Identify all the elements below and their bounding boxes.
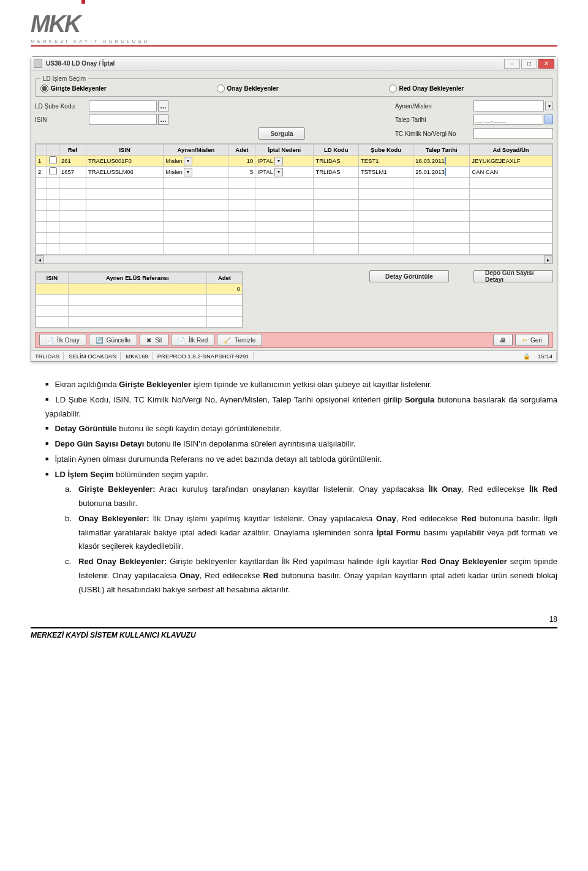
refresh-icon: 🔄: [96, 337, 103, 344]
table-row[interactable]: 2 1657 TRAELUSSLM06 Mislen ▾ 5 IPTAL ▾ T…: [36, 167, 552, 178]
status-cell: MKK169: [122, 352, 152, 360]
row-checkbox[interactable]: [49, 167, 57, 175]
letter-item: b.Onay Bekleyenler: İlk Onay işlemi yapı…: [65, 512, 557, 554]
detail-table: ISINAynen ELÜS ReferansıAdet 0: [36, 272, 243, 328]
dropdown-aynen-icon[interactable]: ▾: [545, 102, 553, 110]
lookup-ld-sube-button[interactable]: …: [158, 100, 168, 111]
table-header-row: Ref ISIN Aynen/Mislen Adet İptal Nedeni …: [36, 145, 552, 156]
back-arrow-icon: ⇦: [522, 337, 527, 344]
guncelle-button[interactable]: 🔄Güncelle: [89, 334, 137, 346]
label-tc: TC Kimlik No/Vergi No: [395, 130, 469, 137]
logo-tagline: MERKEZİ KAYIT KURULUŞU: [31, 39, 557, 44]
group-legend: LD İşlem Seçim: [40, 75, 88, 82]
temizle-button[interactable]: 🧹Temizle: [217, 334, 262, 346]
radio-onay[interactable]: Onay Bekleyenler: [217, 85, 279, 92]
bullet-item: LD İşlem Seçim bölümünden seçim yapılır.: [45, 468, 557, 482]
status-cell: PREPROD 1.8.2-SNAPSHOT-9291: [154, 352, 254, 360]
letter-item: a.Girişte Bekleyenler: Aracı kuruluş tar…: [65, 483, 557, 511]
calendar-icon[interactable]: [445, 157, 446, 165]
header-divider: [31, 45, 557, 47]
bullet-item: LD Şube Kodu, ISIN, TC Kimilk No/Vergi N…: [45, 393, 557, 421]
broom-icon: 🧹: [224, 337, 231, 344]
input-isin[interactable]: [89, 114, 157, 125]
action-toolbar: 📄İlk Onay 🔄Güncelle ✖Sil 📄İlk Red 🧹Temiz…: [35, 332, 553, 348]
table-row[interactable]: 1 261 TRAELUS001F0 Mislen ▾ 10 IPTAL ▾ T…: [36, 156, 552, 167]
ilk-onay-button[interactable]: 📄İlk Onay: [39, 334, 86, 346]
main-table-wrap: Ref ISIN Aynen/Mislen Adet İptal Nedeni …: [35, 143, 553, 264]
label-aynen: Aynen/Mislen: [395, 103, 469, 110]
sil-button[interactable]: ✖Sil: [140, 334, 168, 346]
print-icon: 🖶: [500, 337, 506, 344]
ilk-red-button[interactable]: 📄İlk Red: [171, 334, 214, 346]
window-app-icon: [34, 59, 42, 68]
lookup-isin-button[interactable]: …: [158, 114, 168, 125]
input-tc[interactable]: [473, 128, 553, 139]
window-titlebar: US38-40 LD Onay / İptal – □ ✕: [31, 57, 557, 70]
depo-gun-sayisi-button[interactable]: Depo Gün Sayısı Detayı: [473, 270, 553, 282]
scroll-left-icon[interactable]: ◂: [36, 255, 44, 264]
document-icon: 📄: [178, 337, 185, 344]
delete-icon: ✖: [146, 337, 151, 344]
chevron-down-icon[interactable]: ▾: [184, 168, 192, 176]
lock-icon: 🔒: [521, 353, 533, 360]
filter-form: LD Şube Kodu … Aynen/Mislen ▾ ISIN … Tal…: [35, 100, 553, 140]
logo-dot-icon: [81, 0, 85, 4]
footer-text: MERKEZİ KAYDİ SİSTEM KULLANICI KLAVUZU: [31, 631, 557, 639]
letter-item: c.Red Onay Bekleyenler: Girişte bekleyen…: [65, 555, 557, 597]
document-body: Ekran açıldığında Girişte Bekleyenler iş…: [31, 378, 557, 597]
status-bar: TRLIDAS SELİM OCAKDAN MKK169 PREPROD 1.8…: [31, 350, 557, 361]
chevron-down-icon[interactable]: ▾: [274, 168, 283, 176]
row-checkbox[interactable]: [49, 156, 57, 164]
ld-islem-secim-group: LD İşlem Seçim Girişte Bekleyenler Onay …: [35, 75, 553, 97]
logo-block: MKK MERKEZİ KAYIT KURULUŞU: [31, 11, 557, 44]
label-isin: ISIN: [35, 116, 84, 123]
scroll-right-icon[interactable]: ▸: [544, 255, 552, 264]
chevron-down-icon[interactable]: ▾: [274, 157, 283, 165]
bullet-item: Detay Görüntüle butonu ile seçili kaydın…: [45, 422, 557, 436]
status-cell: SELİM OCAKDAN: [65, 352, 121, 360]
logo-letters: MKK: [31, 11, 84, 37]
input-ld-sube[interactable]: [89, 100, 157, 111]
window-maximize-button[interactable]: □: [521, 59, 537, 69]
radio-onay-input[interactable]: [217, 85, 225, 92]
calendar-icon[interactable]: [545, 115, 553, 124]
document-icon: 📄: [46, 337, 53, 344]
page-number: 18: [31, 615, 557, 624]
detail-table-wrap: ISINAynen ELÜS ReferansıAdet 0: [35, 271, 243, 328]
window-minimize-button[interactable]: –: [504, 59, 520, 69]
main-table: Ref ISIN Aynen/Mislen Adet İptal Nedeni …: [36, 144, 552, 255]
window-close-button[interactable]: ✕: [538, 59, 554, 69]
calendar-icon[interactable]: [445, 168, 446, 176]
sorgula-button[interactable]: Sorgula: [258, 127, 304, 140]
radio-redonay[interactable]: Red Onay Bekleyenler: [389, 85, 464, 92]
radio-redonay-input[interactable]: [389, 85, 397, 92]
detay-goruntule-button[interactable]: Detay Görüntüle: [369, 270, 449, 282]
status-cell: TRLIDAS: [31, 352, 64, 360]
radio-giriste[interactable]: Girişte Bekleyenler: [40, 85, 107, 92]
footer-divider: [31, 627, 557, 628]
bullet-item: Depo Gün Sayısı Detayı butonu ile ISIN'ı…: [45, 437, 557, 451]
window-title: US38-40 LD Onay / İptal: [46, 60, 115, 67]
label-ld-sube: LD Şube Kodu: [35, 103, 84, 110]
geri-button[interactable]: ⇦Geri: [515, 334, 549, 346]
app-window: US38-40 LD Onay / İptal – □ ✕ LD İşlem S…: [31, 56, 557, 362]
input-aynen[interactable]: [473, 100, 544, 111]
print-button[interactable]: 🖶: [493, 334, 513, 346]
horizontal-scrollbar[interactable]: ◂ ▸: [36, 255, 552, 263]
input-talep[interactable]: [473, 114, 543, 125]
status-time: 15:14: [534, 352, 557, 360]
bullet-item: İptalin Aynen olması durumunda Referans …: [45, 453, 557, 467]
radio-giriste-input[interactable]: [40, 85, 48, 92]
label-talep: Talep Tarihi: [395, 116, 469, 123]
chevron-down-icon[interactable]: ▾: [184, 157, 192, 165]
bullet-item: Ekran açıldığında Girişte Bekleyenler iş…: [45, 378, 557, 392]
